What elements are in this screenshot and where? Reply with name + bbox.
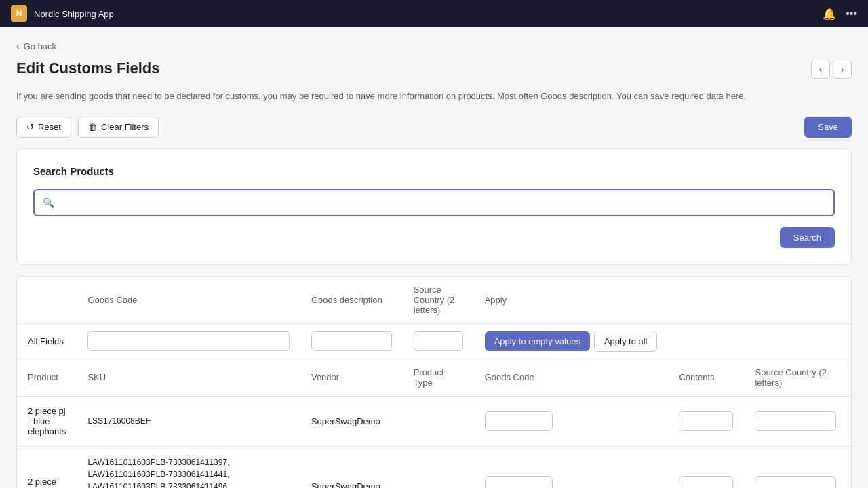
th-contents: Contents	[668, 359, 744, 396]
cell-vendor: SuperSwagDemo	[300, 396, 403, 446]
apply-all-label: Apply to all	[604, 336, 648, 346]
apply-btn-group: Apply to empty values Apply to all	[485, 331, 658, 352]
app-icon: N	[11, 5, 27, 22]
th-product-type: Product Type	[403, 359, 474, 396]
search-button[interactable]: Search	[780, 227, 835, 248]
cell-vendor: SuperSwagDemo	[300, 446, 403, 488]
th-goods-description: Goods description	[300, 277, 403, 324]
th-sku: SKU	[77, 359, 300, 396]
all-fields-label: All Fields	[28, 336, 64, 346]
th-goods-code: Goods Code	[77, 277, 300, 324]
table-data-header-row: Product SKU Vendor Product Type Goods Co…	[17, 359, 851, 396]
th-source-country: Source Country (2 letters)	[403, 277, 474, 324]
cell-sku: LSS1716008BEF	[77, 396, 300, 446]
th-source-country-data: Source Country (2 letters)	[744, 359, 851, 396]
search-input-wrapper: 🔍	[33, 189, 835, 216]
search-input[interactable]	[60, 190, 825, 215]
goods-code-input[interactable]	[485, 476, 553, 488]
main-content: ‹ Go back Edit Customs Fields ‹ › If you…	[0, 27, 868, 488]
apply-empty-label: Apply to empty values	[494, 336, 580, 346]
toolbar: ↺ Reset 🗑 Clear Filters Save	[16, 117, 852, 138]
clear-filters-label: Clear Filters	[101, 122, 149, 132]
search-button-row: Search	[33, 227, 835, 248]
cell-goods-code	[474, 396, 669, 446]
reset-icon: ↺	[26, 122, 34, 132]
cell-product: 2 piece set	[17, 446, 77, 488]
all-fields-goods-code-input[interactable]	[87, 331, 290, 351]
all-fields-source-country-input[interactable]	[414, 331, 463, 351]
goods-code-input[interactable]	[485, 411, 553, 431]
th-empty-1	[17, 277, 77, 324]
table-row: 2 piece pj - blue elephants LSS1716008BE…	[17, 396, 851, 446]
reset-button[interactable]: ↺ Reset	[16, 117, 71, 138]
table-row: 2 piece set LAW1611011603PLB-73330614113…	[17, 446, 851, 488]
bell-icon[interactable]: 🔔	[823, 7, 836, 20]
all-fields-goods-description-input[interactable]	[311, 331, 392, 351]
th-product: Product	[17, 359, 77, 396]
table-header-row-1: Goods Code Goods description Source Coun…	[17, 277, 851, 324]
back-label: Go back	[24, 41, 56, 52]
cell-source-country	[744, 396, 851, 446]
more-options-icon[interactable]: •••	[846, 7, 857, 20]
cell-source-country	[744, 446, 851, 488]
prev-page-button[interactable]: ‹	[811, 60, 830, 79]
search-icon: 🔍	[43, 197, 54, 208]
reset-label: Reset	[38, 122, 61, 132]
source-country-input[interactable]	[755, 476, 836, 488]
app-title: Nordic Shipping App	[34, 9, 114, 19]
apply-empty-values-button[interactable]: Apply to empty values	[485, 331, 590, 351]
nav-arrows: ‹ ›	[811, 60, 852, 79]
table-body: 2 piece pj - blue elephants LSS1716008BE…	[17, 396, 851, 488]
toolbar-left: ↺ Reset 🗑 Clear Filters	[16, 117, 159, 138]
cell-contents	[668, 396, 744, 446]
topbar-right: 🔔 •••	[823, 7, 857, 20]
cell-product: 2 piece pj - blue elephants	[17, 396, 77, 446]
cell-sku: LAW1611011603PLB-7333061411397, LAW16110…	[77, 446, 300, 488]
search-button-label: Search	[793, 232, 821, 243]
th-apply: Apply	[474, 277, 669, 324]
th-vendor: Vendor	[300, 359, 403, 396]
save-label: Save	[818, 122, 838, 132]
search-products-card: Search Products 🔍 Search	[16, 148, 852, 265]
page-title: Edit Customs Fields	[16, 60, 159, 77]
save-button[interactable]: Save	[804, 117, 852, 138]
app-icon-text: N	[16, 9, 22, 18]
contents-input[interactable]	[679, 476, 733, 488]
cell-product-type	[403, 446, 474, 488]
cell-goods-code	[474, 446, 669, 488]
clear-filters-button[interactable]: 🗑 Clear Filters	[78, 117, 159, 138]
contents-input[interactable]	[679, 411, 733, 431]
back-arrow-icon: ‹	[16, 41, 20, 52]
source-country-input[interactable]	[755, 411, 836, 431]
cell-contents	[668, 446, 744, 488]
trash-icon: 🗑	[88, 122, 97, 132]
search-products-title: Search Products	[33, 165, 835, 177]
apply-to-all-button[interactable]: Apply to all	[594, 331, 658, 352]
products-table: Goods Code Goods description Source Coun…	[17, 277, 851, 489]
back-navigation[interactable]: ‹ Go back	[16, 41, 852, 52]
cell-product-type	[403, 396, 474, 446]
page-description: If you are sending goods that need to be…	[16, 89, 852, 103]
all-fields-row: All Fields Apply to empty val	[17, 323, 851, 359]
topbar-left: N Nordic Shipping App	[11, 5, 114, 22]
th-goods-code-data: Goods Code	[474, 359, 669, 396]
products-table-card: Goods Code Goods description Source Coun…	[16, 276, 852, 489]
topbar: N Nordic Shipping App 🔔 •••	[0, 0, 868, 27]
next-page-button[interactable]: ›	[833, 60, 852, 79]
